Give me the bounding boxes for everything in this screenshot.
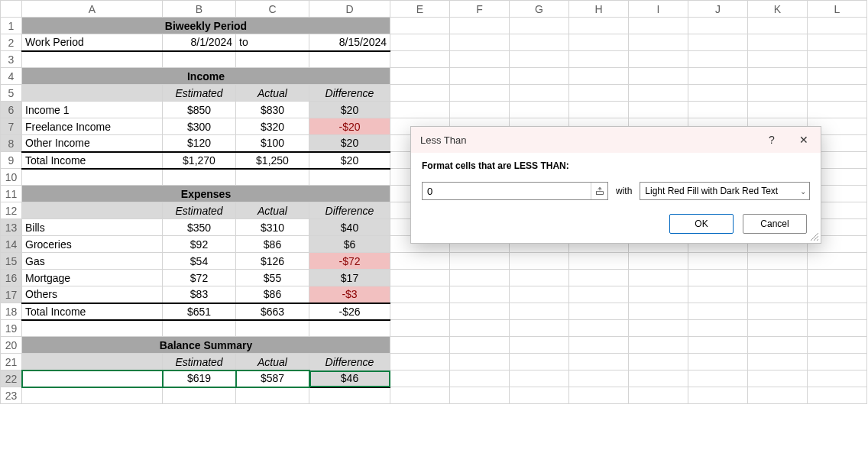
- cell[interactable]: [309, 169, 390, 186]
- cell[interactable]: [748, 253, 808, 270]
- cell[interactable]: $120: [163, 135, 236, 152]
- cell[interactable]: $300: [163, 118, 236, 135]
- cell[interactable]: [569, 320, 629, 337]
- cell[interactable]: [748, 354, 808, 370]
- cell[interactable]: $20: [309, 135, 390, 152]
- cell[interactable]: $320: [236, 118, 309, 135]
- cell[interactable]: [629, 387, 688, 404]
- cell[interactable]: [236, 387, 309, 404]
- cell[interactable]: [629, 253, 688, 270]
- cell[interactable]: [808, 68, 867, 85]
- cell[interactable]: [808, 303, 867, 320]
- cell[interactable]: [629, 102, 688, 118]
- cell[interactable]: [22, 202, 163, 219]
- cell[interactable]: [22, 169, 163, 186]
- cell[interactable]: [808, 337, 867, 354]
- cell[interactable]: $54: [163, 253, 236, 270]
- cell[interactable]: [510, 68, 569, 85]
- cell[interactable]: [629, 85, 688, 102]
- cell[interactable]: [450, 354, 510, 370]
- cell[interactable]: [510, 253, 569, 270]
- cell[interactable]: [390, 68, 450, 85]
- cell[interactable]: [569, 68, 629, 85]
- row-header-10[interactable]: 10: [1, 169, 22, 186]
- cell[interactable]: [748, 387, 808, 404]
- cell[interactable]: [450, 18, 510, 34]
- cell[interactable]: [569, 34, 629, 51]
- cell[interactable]: [510, 354, 569, 370]
- cell[interactable]: Actual: [236, 354, 309, 370]
- cell[interactable]: [510, 18, 569, 34]
- cell[interactable]: [510, 303, 569, 320]
- cell[interactable]: Estimated: [163, 202, 236, 219]
- row-header-20[interactable]: 20: [1, 337, 22, 354]
- row-header-2[interactable]: 2: [1, 34, 22, 51]
- cell[interactable]: $1,250: [236, 152, 309, 169]
- cell[interactable]: [163, 320, 236, 337]
- row-header-14[interactable]: 14: [1, 236, 22, 253]
- cell[interactable]: [748, 102, 808, 118]
- cell[interactable]: [236, 320, 309, 337]
- col-header-K[interactable]: K: [748, 1, 808, 18]
- cell[interactable]: [22, 387, 163, 404]
- row-header-9[interactable]: 9: [1, 152, 22, 169]
- cell[interactable]: [629, 320, 688, 337]
- col-header-I[interactable]: I: [629, 1, 688, 18]
- resize-grip-icon[interactable]: [810, 232, 819, 241]
- cell[interactable]: $663: [236, 303, 309, 320]
- cell[interactable]: [22, 51, 163, 68]
- cell[interactable]: [688, 51, 748, 68]
- cell[interactable]: $1,270: [163, 152, 236, 169]
- cell[interactable]: Total Income: [22, 152, 163, 169]
- row-header-1[interactable]: 1: [1, 18, 22, 34]
- cell[interactable]: [390, 253, 450, 270]
- row-header-12[interactable]: 12: [1, 202, 22, 219]
- cell[interactable]: $850: [163, 102, 236, 118]
- cell[interactable]: [569, 85, 629, 102]
- cell-biweekly-title[interactable]: Biweekly Period: [22, 18, 390, 34]
- cell[interactable]: [390, 51, 450, 68]
- cell[interactable]: $17: [309, 270, 390, 286]
- row-header-8[interactable]: 8: [1, 135, 22, 152]
- row-header-13[interactable]: 13: [1, 219, 22, 236]
- cell[interactable]: [510, 85, 569, 102]
- cell[interactable]: [748, 337, 808, 354]
- cell[interactable]: [163, 169, 236, 186]
- col-header-D[interactable]: D: [309, 1, 390, 18]
- cell[interactable]: $6: [309, 236, 390, 253]
- range-picker-button[interactable]: [591, 183, 607, 199]
- cell[interactable]: [390, 387, 450, 404]
- row-header-3[interactable]: 3: [1, 51, 22, 68]
- row-header-7[interactable]: 7: [1, 118, 22, 135]
- cell[interactable]: -$20: [309, 118, 390, 135]
- cell[interactable]: [748, 270, 808, 286]
- row-header-19[interactable]: 19: [1, 320, 22, 337]
- col-header-L[interactable]: L: [808, 1, 867, 18]
- cell[interactable]: $310: [236, 219, 309, 236]
- cell-income-title[interactable]: Income: [22, 68, 390, 85]
- cell[interactable]: [390, 34, 450, 51]
- cell[interactable]: [688, 253, 748, 270]
- cell[interactable]: [163, 51, 236, 68]
- cell[interactable]: [808, 370, 867, 387]
- cell[interactable]: [22, 354, 163, 370]
- cell[interactable]: [569, 337, 629, 354]
- cell[interactable]: [808, 18, 867, 34]
- cell[interactable]: Others: [22, 286, 163, 303]
- format-select[interactable]: Light Red Fill with Dark Red Text ⌄: [640, 182, 810, 200]
- cell[interactable]: [569, 18, 629, 34]
- row-header-15[interactable]: 15: [1, 253, 22, 270]
- cell[interactable]: [569, 102, 629, 118]
- cell[interactable]: [629, 270, 688, 286]
- cell[interactable]: [569, 354, 629, 370]
- cell[interactable]: [748, 68, 808, 85]
- cell[interactable]: [569, 270, 629, 286]
- cell[interactable]: -$72: [309, 253, 390, 270]
- cell[interactable]: $619: [163, 370, 236, 387]
- row-header-6[interactable]: 6: [1, 102, 22, 118]
- col-header-C[interactable]: C: [236, 1, 309, 18]
- cell[interactable]: [808, 102, 867, 118]
- cell[interactable]: [510, 102, 569, 118]
- cell-income-estimated[interactable]: Estimated: [163, 85, 236, 102]
- cell[interactable]: [808, 85, 867, 102]
